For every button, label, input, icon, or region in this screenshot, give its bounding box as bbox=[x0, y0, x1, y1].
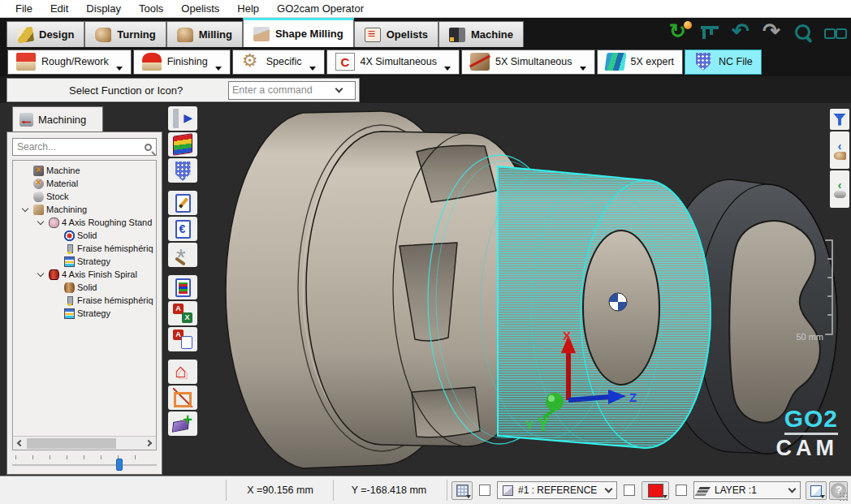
side-toolbar-button-symmetry-icon[interactable] bbox=[168, 386, 197, 410]
sync-icon[interactable] bbox=[669, 22, 692, 45]
tree-item-4-axis-roughing-stand[interactable]: 4 Axis Roughing Stand bbox=[13, 216, 156, 229]
divider bbox=[226, 480, 227, 501]
tree-item-material[interactable]: Material bbox=[13, 177, 156, 190]
tree-rows: Machine Material Stock bbox=[13, 161, 156, 320]
stock-icon bbox=[834, 191, 846, 198]
glasses-icon[interactable] bbox=[823, 22, 846, 45]
chevron-down-icon[interactable] bbox=[52, 282, 62, 292]
menu-item-file[interactable]: File bbox=[6, 1, 41, 16]
scroll-left-icon[interactable] bbox=[17, 440, 24, 446]
chevron-down-icon[interactable] bbox=[52, 295, 62, 305]
side-toolbar-button-wizard-icon[interactable] bbox=[168, 243, 197, 267]
tab-milling[interactable]: Milling bbox=[166, 21, 243, 47]
chevron-down-icon[interactable] bbox=[37, 269, 46, 279]
view-cube-button[interactable] bbox=[806, 481, 827, 500]
chevron-down-icon bbox=[605, 485, 613, 493]
side-toolbar-button-export-excel-icon[interactable] bbox=[168, 301, 197, 325]
tree-item-fraise-h-misph-riq[interactable]: Fraise hémisphériq bbox=[13, 294, 156, 307]
side-toolbar-button-report-icon[interactable] bbox=[168, 275, 197, 299]
search-input[interactable] bbox=[17, 141, 145, 153]
chevron-down-icon[interactable] bbox=[52, 308, 62, 318]
ribbon-button-finishing[interactable]: Finishing bbox=[133, 50, 231, 75]
command-bar: Select Function or Icon? bbox=[6, 78, 360, 102]
caliper-icon[interactable] bbox=[700, 22, 723, 45]
tree-item-solid[interactable]: Solid bbox=[13, 281, 156, 294]
redo-icon[interactable] bbox=[762, 22, 784, 45]
menu-item-edit[interactable]: Edit bbox=[41, 1, 77, 16]
color-checkbox[interactable] bbox=[624, 485, 635, 496]
chevron-down-icon[interactable] bbox=[21, 166, 31, 175]
ribbon-button-5x-simultaneous[interactable]: 5X Simultaneous bbox=[461, 50, 595, 75]
tree-item-machine[interactable]: Machine bbox=[13, 164, 156, 177]
go2cam-logo: GO2 CAM bbox=[776, 407, 839, 459]
command-combobox[interactable] bbox=[228, 81, 356, 100]
zoom-icon[interactable] bbox=[793, 22, 815, 45]
tree-item-strategy[interactable]: Strategy bbox=[13, 307, 156, 320]
ribbon-button-rough-rework[interactable]: Rough/Rework bbox=[7, 50, 132, 75]
menu-item-opelists[interactable]: Opelists bbox=[172, 1, 228, 16]
tree-item-strategy[interactable]: Strategy bbox=[13, 255, 156, 268]
chevron-down-icon[interactable] bbox=[335, 84, 343, 93]
ribbon-button-4x-simultaneous[interactable]: 4X Simultaneous bbox=[326, 50, 460, 75]
reference-checkbox[interactable] bbox=[479, 485, 490, 496]
stock-node-icon bbox=[33, 192, 44, 202]
filter-button[interactable] bbox=[830, 109, 849, 130]
slider-thumb[interactable] bbox=[116, 459, 123, 471]
menu-item-display[interactable]: Display bbox=[77, 1, 130, 16]
menu-item-help[interactable]: Help bbox=[228, 1, 268, 16]
side-toolbar-button-edit-document-icon[interactable] bbox=[168, 191, 197, 215]
tree-item-4-axis-finish-spiral[interactable]: 4 Axis Finish Spiral bbox=[13, 268, 156, 281]
side-toolbar-button-rendering-icon[interactable] bbox=[168, 132, 197, 157]
chevron-down-icon[interactable] bbox=[52, 256, 62, 266]
tab-machine[interactable]: Machine bbox=[438, 21, 524, 47]
side-toolbar-button-cost-document-icon[interactable] bbox=[168, 217, 197, 241]
command-input[interactable] bbox=[232, 84, 336, 96]
layer-dropdown[interactable]: LAYER :1 bbox=[693, 481, 801, 499]
reference-dropdown[interactable]: #1 : REFERENCE bbox=[497, 481, 617, 499]
tab-turning[interactable]: Turning bbox=[84, 21, 166, 47]
ribbon-button-5x-expert[interactable]: 5X expert bbox=[597, 50, 684, 75]
tree-search-box[interactable] bbox=[12, 138, 157, 156]
stock-toggle-button[interactable]: ‹ bbox=[830, 170, 849, 208]
side-toolbar-button-simulation-icon[interactable] bbox=[168, 106, 197, 131]
tree-item-fraise-h-misph-riq[interactable]: Fraise hémisphériq bbox=[13, 242, 156, 255]
previous-part-button[interactable]: ‹ bbox=[830, 131, 849, 169]
tree-item-stock[interactable]: Stock bbox=[13, 190, 156, 203]
undo-icon[interactable] bbox=[731, 22, 754, 45]
tree-zoom-slider[interactable] bbox=[12, 455, 157, 472]
chevron-down-icon[interactable] bbox=[52, 230, 62, 240]
scroll-right-icon[interactable] bbox=[145, 440, 152, 446]
chevron-down-icon[interactable] bbox=[21, 192, 31, 201]
side-toolbar-button-add-solid-icon[interactable] bbox=[168, 411, 197, 436]
tree-horizontal-scrollbar[interactable] bbox=[13, 436, 156, 450]
ribbon-button-nc-file[interactable]: NC File bbox=[685, 50, 762, 75]
chevron-down-icon[interactable] bbox=[52, 243, 62, 253]
ribbon-button-specific[interactable]: Specific bbox=[232, 50, 325, 75]
machining-panel-tab[interactable]: Machining bbox=[12, 106, 103, 131]
dropdown-arrow-icon bbox=[820, 495, 825, 498]
grid-toggle-button[interactable] bbox=[451, 481, 473, 500]
strategy-icon bbox=[64, 308, 75, 319]
color-picker-button[interactable] bbox=[641, 481, 669, 500]
chevron-down-icon[interactable] bbox=[21, 179, 31, 188]
chevron-down-icon[interactable] bbox=[21, 205, 31, 214]
tab-design[interactable]: Design bbox=[6, 21, 84, 47]
side-toolbar-button-nc-shield-icon[interactable] bbox=[168, 158, 197, 183]
machining-panel: Machining Machine bbox=[6, 106, 162, 475]
menu-item-go2cam-operator[interactable]: GO2cam Operator bbox=[268, 1, 373, 16]
side-toolbar-button-home-set-icon[interactable] bbox=[168, 360, 197, 384]
solid-finish-icon bbox=[64, 282, 75, 293]
tree-item-machining[interactable]: Machining bbox=[13, 203, 156, 216]
layer-checkbox[interactable] bbox=[676, 485, 687, 496]
menu-item-tools[interactable]: Tools bbox=[130, 1, 172, 16]
cost-document-icon bbox=[175, 220, 191, 239]
side-toolbar-button-export-pdf-icon[interactable] bbox=[168, 327, 197, 351]
tab-shape-milling[interactable]: Shape Milling bbox=[243, 18, 354, 47]
resize-grip[interactable] bbox=[839, 492, 849, 502]
symmetry-icon bbox=[173, 388, 192, 407]
chevron-down-icon[interactable] bbox=[37, 218, 46, 227]
slider-track[interactable] bbox=[12, 464, 157, 466]
scrollbar-thumb[interactable] bbox=[27, 438, 116, 449]
tab-opelists[interactable]: Opelists bbox=[354, 21, 438, 47]
tree-item-solid[interactable]: Solid bbox=[13, 229, 156, 242]
